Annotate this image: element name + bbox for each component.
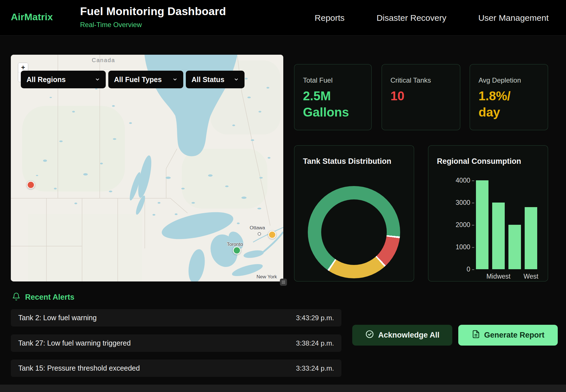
x-axis-label: West bbox=[524, 273, 538, 280]
bottom-bar bbox=[0, 385, 566, 392]
title-block: Fuel Monitoring Dashboard Real-Time Over… bbox=[80, 5, 226, 29]
y-axis-tick: 4000 bbox=[428, 177, 474, 184]
brand-logo: AirMatrix bbox=[11, 11, 53, 23]
chevron-down-icon bbox=[172, 77, 178, 82]
city-dot bbox=[258, 232, 261, 236]
bell-icon bbox=[12, 292, 21, 302]
tank-status-card: Tank Status Distribution bbox=[294, 145, 414, 281]
top-nav: Reports Disaster Recovery User Managemen… bbox=[315, 0, 549, 36]
bar-chart: 40003000200010000MidwestWest bbox=[428, 146, 548, 281]
tank-marker-normal[interactable] bbox=[233, 246, 241, 254]
document-icon bbox=[472, 330, 480, 340]
map-label-toronto: Toronto bbox=[227, 242, 243, 247]
tank-marker-warning[interactable] bbox=[268, 231, 276, 239]
acknowledge-all-button[interactable]: Acknowledge All bbox=[352, 325, 452, 346]
alert-text: Tank 2: Low fuel warning bbox=[18, 314, 97, 322]
stat-card-avg-depletion: Avg Depletion 1.8%/ day bbox=[470, 64, 548, 130]
page-title: Fuel Monitoring Dashboard bbox=[80, 5, 226, 18]
map-panel[interactable]: + − All Regions All Fuel Types All Statu… bbox=[11, 55, 283, 281]
stat-label: Total Fuel bbox=[303, 76, 333, 84]
donut-chart bbox=[308, 186, 400, 278]
map-label-new-york: New York bbox=[256, 274, 277, 280]
alert-time: 3:38:24 p.m. bbox=[296, 339, 334, 347]
alerts-header: Recent Alerts bbox=[12, 292, 74, 302]
alert-time: 3:43:29 p.m. bbox=[296, 314, 334, 322]
chevron-down-icon bbox=[95, 77, 100, 82]
page-subtitle: Real-Time Overview bbox=[80, 21, 226, 29]
donut-hole bbox=[321, 199, 387, 265]
y-axis-tick: 1000 bbox=[428, 243, 474, 251]
alert-row[interactable]: Tank 2: Low fuel warning 3:43:29 p.m. bbox=[11, 309, 341, 326]
app-root: AirMatrix Fuel Monitoring Dashboard Real… bbox=[0, 0, 566, 392]
donut-chart-title: Tank Status Distribution bbox=[303, 157, 391, 166]
generate-report-label: Generate Report bbox=[484, 331, 545, 340]
filter-regions-select[interactable]: All Regions bbox=[21, 71, 106, 88]
nav-disaster-recovery[interactable]: Disaster Recovery bbox=[376, 13, 446, 23]
y-axis-tick: 3000 bbox=[428, 199, 474, 207]
map-label-ottawa: Ottawa bbox=[250, 225, 265, 231]
filter-status-label: All Status bbox=[192, 75, 224, 84]
app-header: AirMatrix Fuel Monitoring Dashboard Real… bbox=[0, 0, 566, 36]
alerts-actions: Acknowledge All Generate Report bbox=[352, 325, 558, 346]
stat-card-critical-tanks: Critical Tanks 10 bbox=[382, 64, 460, 130]
generate-report-button[interactable]: Generate Report bbox=[458, 325, 558, 346]
bar-segment bbox=[508, 225, 521, 269]
bar-segment bbox=[492, 203, 505, 269]
x-axis-label: Midwest bbox=[486, 273, 510, 280]
resize-grip-icon[interactable] bbox=[280, 279, 287, 286]
alert-row[interactable]: Tank 27: Low fuel warning triggered 3:38… bbox=[11, 334, 341, 352]
alert-time: 3:33:24 p.m. bbox=[296, 364, 334, 372]
alerts-heading: Recent Alerts bbox=[25, 293, 74, 302]
alert-text: Tank 27: Low fuel warning triggered bbox=[18, 339, 131, 347]
acknowledge-all-label: Acknowledge All bbox=[378, 331, 439, 340]
alert-text: Tank 15: Pressure threshold exceeded bbox=[18, 364, 140, 372]
stat-value: 1.8%/ day bbox=[479, 88, 536, 120]
stat-label: Avg Depletion bbox=[479, 76, 521, 84]
nav-reports[interactable]: Reports bbox=[315, 13, 345, 23]
check-circle-icon bbox=[365, 330, 374, 341]
filter-fuel-types-label: All Fuel Types bbox=[114, 75, 162, 84]
alerts-section: Recent Alerts Tank 2: Low fuel warning 3… bbox=[0, 281, 566, 385]
bar-segment bbox=[476, 180, 488, 269]
y-axis-tick: 0 bbox=[428, 266, 474, 273]
nav-user-management[interactable]: User Management bbox=[478, 13, 549, 23]
chevron-down-icon bbox=[234, 77, 239, 82]
regional-consumption-card: Regional Consumption 40003000200010000Mi… bbox=[428, 145, 548, 281]
filter-regions-label: All Regions bbox=[27, 75, 66, 84]
stat-value: 2.5M Gallons bbox=[303, 88, 360, 120]
filter-fuel-types-select[interactable]: All Fuel Types bbox=[108, 71, 183, 88]
filter-status-select[interactable]: All Status bbox=[186, 71, 245, 88]
y-axis-tick: 2000 bbox=[428, 221, 474, 229]
alert-row[interactable]: Tank 15: Pressure threshold exceeded 3:3… bbox=[11, 360, 341, 377]
bar-segment bbox=[525, 207, 537, 269]
map-canvas[interactable] bbox=[11, 55, 283, 281]
tank-marker-critical[interactable] bbox=[27, 181, 35, 189]
map-label-canada: Canada bbox=[92, 57, 115, 64]
stat-value: 10 bbox=[390, 88, 404, 104]
map-filters: All Regions All Fuel Types All Status bbox=[21, 71, 245, 88]
stat-card-total-fuel: Total Fuel 2.5M Gallons bbox=[294, 64, 372, 130]
stat-label: Critical Tanks bbox=[390, 76, 431, 84]
